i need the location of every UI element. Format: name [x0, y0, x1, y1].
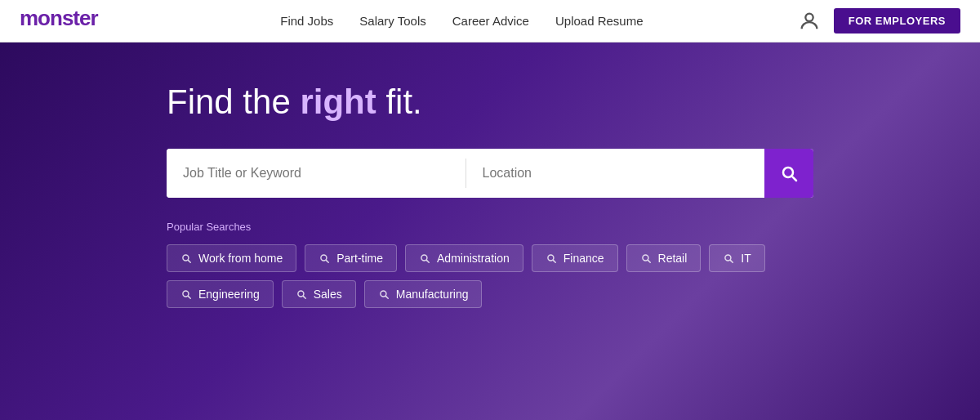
svg-point-4: [321, 255, 327, 261]
tag-engineering[interactable]: Engineering: [167, 280, 274, 308]
tag-finance[interactable]: Finance: [532, 244, 618, 272]
popular-tags-container: Work from home Part-time Administration: [167, 244, 813, 308]
svg-point-1: [805, 13, 813, 20]
svg-text:monster: monster: [20, 6, 98, 30]
logo-text: monster: [20, 6, 126, 36]
tag-sales-label: Sales: [314, 288, 342, 301]
hero-title-part1: Find the: [167, 83, 300, 121]
nav-salary-tools[interactable]: Salary Tools: [359, 14, 425, 28]
tag-search-icon: [378, 288, 390, 300]
svg-point-16: [298, 291, 304, 297]
tag-it-label: IT: [741, 252, 751, 265]
search-icon: [779, 163, 799, 183]
tag-retail[interactable]: Retail: [626, 244, 702, 272]
nav-career-advice[interactable]: Career Advice: [452, 14, 529, 28]
tag-manufacturing-label: Manufacturing: [396, 288, 469, 301]
tag-search-icon: [318, 252, 330, 264]
svg-point-6: [421, 255, 427, 261]
header: monster Find Jobs Salary Tools Career Ad…: [0, 0, 980, 42]
hero-title-right: right: [300, 83, 376, 121]
tag-retail-label: Retail: [658, 252, 688, 265]
svg-line-15: [189, 297, 191, 299]
svg-line-3: [189, 261, 191, 263]
tag-search-icon: [419, 252, 430, 264]
tag-work-from-home[interactable]: Work from home: [167, 244, 296, 272]
tag-part-time-label: Part-time: [336, 252, 383, 265]
tag-search-icon: [723, 252, 734, 264]
popular-searches-section: Popular Searches Work from home Part-tim…: [167, 221, 813, 308]
svg-point-12: [725, 255, 731, 261]
nav-upload-resume[interactable]: Upload Resume: [555, 14, 644, 28]
svg-line-19: [385, 297, 388, 299]
main-nav: Find Jobs Salary Tools Career Advice Upl…: [280, 14, 643, 28]
svg-line-13: [731, 261, 733, 263]
tag-engineering-label: Engineering: [198, 288, 260, 301]
tag-search-icon: [296, 288, 307, 300]
job-keyword-input[interactable]: [167, 149, 466, 198]
nav-find-jobs[interactable]: Find Jobs: [280, 14, 333, 28]
search-button[interactable]: [764, 149, 813, 198]
hero-title: Find the right fit.: [167, 82, 813, 123]
for-employers-button[interactable]: FOR EMPLOYERS: [834, 8, 960, 34]
tag-sales[interactable]: Sales: [282, 280, 356, 308]
tag-finance-label: Finance: [564, 252, 604, 265]
monster-logo-svg: monster: [20, 6, 126, 30]
tag-search-icon: [180, 288, 192, 300]
svg-line-7: [427, 261, 430, 263]
svg-point-10: [642, 255, 648, 261]
tag-work-from-home-label: Work from home: [198, 252, 283, 265]
tag-administration[interactable]: Administration: [405, 244, 523, 272]
user-icon[interactable]: [798, 10, 821, 33]
svg-point-2: [183, 255, 189, 261]
location-input[interactable]: [466, 149, 765, 198]
tag-it[interactable]: IT: [709, 244, 764, 272]
hero-section: Find the right fit. Popular Searches Wor…: [0, 42, 980, 420]
tag-search-icon: [180, 252, 192, 264]
logo[interactable]: monster: [20, 6, 126, 36]
svg-line-9: [553, 261, 555, 263]
popular-label: Popular Searches: [167, 221, 813, 233]
hero-content: Find the right fit. Popular Searches Wor…: [147, 82, 833, 308]
tag-search-icon: [640, 252, 652, 264]
tag-search-icon: [546, 252, 557, 264]
hero-title-part2: fit.: [376, 83, 422, 121]
search-bar: [167, 149, 813, 198]
tag-part-time[interactable]: Part-time: [305, 244, 397, 272]
svg-line-11: [648, 261, 650, 263]
tag-manufacturing[interactable]: Manufacturing: [364, 280, 483, 308]
tag-administration-label: Administration: [437, 252, 510, 265]
svg-point-14: [183, 291, 189, 297]
svg-point-8: [548, 255, 554, 261]
svg-point-18: [381, 291, 386, 297]
svg-line-17: [303, 297, 305, 299]
svg-line-5: [327, 261, 329, 263]
header-right: FOR EMPLOYERS: [798, 8, 960, 34]
